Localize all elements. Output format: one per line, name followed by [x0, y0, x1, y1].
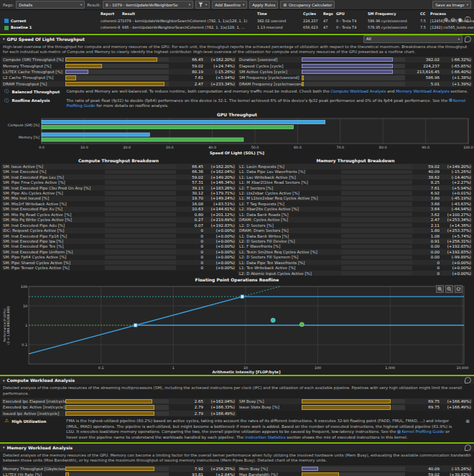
sol-filter-select[interactable]: All ▾ [363, 35, 463, 43]
baseline-cell: 695 - kernUpdateVelNeighborSearchCoheren… [122, 24, 257, 32]
comments-icon[interactable] [465, 36, 471, 42]
metric-row: L2: T Sectors [%]7.61(+5.94%) [238, 185, 473, 190]
increase-bar [65, 64, 101, 68]
sol-section-header[interactable]: ▾ GPU Speed Of Light Throughput All ▾ [0, 35, 474, 43]
zoom-reset-icon[interactable] [455, 285, 463, 293]
main-toolbar: Page: Details ▾ Result: 8 - 1079 - kernU… [0, 0, 474, 10]
metric-row: L2: T Tag Requests [%]3.68(-43.63%) [238, 201, 473, 206]
roofline-analysis-rule: ⓘ Roofline Analysis The ratio of peak fl… [0, 96, 474, 111]
save-as-image-button[interactable]: Save as Image ▾ [432, 1, 471, 9]
memory-description: Detailed analysis of the memory resource… [0, 452, 474, 466]
baseline-cell: 382.02 usecond [257, 18, 303, 25]
metric-row: Executed Ipc Active [inst/cycle]2.79(+16… [1, 404, 236, 410]
baseline-cell: 224,237 [303, 18, 323, 25]
memory-breakdown-table: L1: Lsuin Requests [%]59.02(+149.20%)L1:… [238, 164, 473, 276]
column-header[interactable]: CC [420, 11, 430, 18]
increase-bar [65, 57, 157, 62]
svg-text:30.0: 30.0 [166, 146, 174, 149]
metric-row: SM: Inst Executed Pipe Tex [%]0(+0.00%) [1, 244, 236, 249]
external-link-icon [449, 98, 452, 102]
page-select[interactable]: Details ▾ [16, 1, 85, 9]
legend-swatch [4, 19, 9, 23]
metric-row: DRAM: Cycles Active [%]2.47(+253.34%) [238, 217, 473, 222]
sol-left-table: Compute (SM) Throughput [%]66.45(+162.20… [1, 57, 236, 87]
metric-row: Max Bandwidth [%]59.02(+30.82%) [238, 472, 473, 476]
svg-text:100: 100 [21, 285, 27, 289]
metric-row: DRAM Throughput [%]2.47(+233.34%) [1, 81, 236, 87]
chevron-down-icon: ▾ [467, 3, 468, 6]
apply-rules-button[interactable]: Apply Rules [249, 1, 278, 9]
increase-bar [65, 75, 75, 80]
baseline-action-icons: ⊕ ⊖ ◉ ⓘ [444, 17, 470, 23]
metric-row: L1: M Xbar2l1tex Read Sectors [%]8.25(+2… [238, 179, 473, 185]
compute-right-table: SM Busy [%]69.75(+166.49%)Issue Slots Bu… [238, 398, 473, 416]
decrease-bar [302, 467, 318, 471]
metric-row: SM: Inst Executed Pipe Ipa [%]0(+0.00%) [1, 238, 236, 243]
metric-row: L2: Xbar2lts Cycles Active [%]3.64(-44.9… [238, 207, 473, 212]
baseline-cell: 656,623 [303, 24, 323, 32]
result-label: Result: [87, 3, 101, 7]
occupancy-calculator-button[interactable]: ⊞ Occupancy Calculator [280, 1, 335, 9]
comments-icon[interactable] [465, 444, 471, 451]
roofline-zoom-controls [436, 285, 463, 293]
zoom-out-icon[interactable] [445, 285, 453, 293]
svg-text:70.0: 70.0 [336, 146, 344, 149]
column-header[interactable]: Regs [323, 11, 336, 18]
compute-section-header[interactable]: ▾ Compute Workload Analysis [0, 376, 474, 384]
column-header[interactable]: GPU [336, 11, 368, 18]
breakdown-tables: SM: Issue Active [%]66.45(+162.20%)SM: I… [0, 164, 474, 276]
metric-row: SM: Pipe Fma Cycles Active [%]57.31(+146… [1, 179, 236, 185]
metric-row: SM: Inst Executed Pipe Cbu Pred On Any [… [1, 185, 236, 190]
baseline-table-header: ReportResultTimeCyclesRegsGPUSM Frequenc… [0, 11, 474, 18]
metric-row: L2: D Sectors Fill Device [%]0.91(+256.3… [238, 238, 473, 243]
svg-text:Performance [FLOP/s](1 = 1,000: Performance [FLOP/s](1 = 1,000,000,000,0… [3, 306, 10, 345]
svg-text:1: 1 [172, 366, 175, 370]
column-header[interactable]: Time [257, 11, 303, 18]
metric-row: IDC: Request Cycles Active [%]0(+0.00%) [1, 228, 236, 233]
metric-row: SM: Mio Pq Write Cycles Active [%]0.27(+… [1, 217, 236, 222]
metric-row: L1: F Wavefronts [%]0.00(+192.83%) [238, 244, 473, 249]
add-baseline-button[interactable]: Add Baseline ▾ [212, 1, 247, 9]
column-header[interactable]: Cycles [303, 11, 323, 18]
svg-text:20.0: 20.0 [123, 146, 131, 149]
zoom-in-icon[interactable] [436, 285, 444, 293]
zoom-out-circle-icon[interactable]: ⊖ [450, 17, 455, 23]
increase-bar [302, 405, 391, 409]
metric-row: SM: Mio Inst Issued [%]19.70(+149.24%) [1, 196, 236, 201]
column-header[interactable]: Result [122, 11, 257, 18]
svg-text:10: 10 [243, 366, 248, 370]
decrease-bar [302, 57, 393, 62]
record-circle-icon[interactable]: ◉ [457, 17, 463, 23]
kernel-profiling-guide-link[interactable]: Kernel Profiling Guide [401, 429, 444, 434]
increase-bar [65, 411, 154, 416]
compute-workload-analysis-link[interactable]: Compute Workload Analysis [331, 89, 386, 93]
svg-text:100.0: 100.0 [463, 146, 473, 149]
gpu-throughput-chart-title: GPU Throughput [0, 111, 474, 118]
baseline-cell: [1292] cis565_boids.exe [430, 24, 474, 32]
zoom-in-circle-icon[interactable]: ⊕ [444, 17, 449, 23]
column-header[interactable]: SM Frequency [368, 11, 420, 18]
memory-section-header[interactable]: ▾ Memory Workload Analysis [0, 444, 474, 452]
info-circle-icon[interactable]: ⓘ [465, 17, 470, 23]
metric-row: SM: Inst Executed Pipe Adu [%]0.07(+192.… [1, 223, 236, 228]
metric-row: SM: Issue Active [%]66.45(+162.20%) [1, 164, 236, 169]
filter-button[interactable]: ▾ [195, 1, 210, 9]
comments-icon[interactable] [465, 377, 471, 383]
page-label: Page: [3, 3, 14, 7]
baseline-row[interactable]: Baseline 1coherent-8695 - kernUpdateVelN… [0, 24, 474, 32]
calculator-grid-icon: ⊞ [283, 3, 287, 7]
dismiss-icon[interactable]: ⊗ [465, 419, 470, 424]
metric-row: DRAM: Dram Sectors [%]1.80(+253.37%) [238, 228, 473, 233]
metric-row: L2: Lts2xbar Cycles Active [%]6.92(+0.01… [238, 190, 473, 195]
baseline-cell: 7.5 [420, 24, 430, 32]
memory-left-table: Memory Throughput [Gbyte/second]7.92(+25… [1, 465, 236, 476]
baseline-row[interactable]: Currentcoherent-271079 - kernUpdateVelNe… [0, 18, 474, 25]
memory-workload-analysis-link[interactable]: Memory Workload Analysis [396, 89, 449, 93]
column-header[interactable]: Report [101, 11, 122, 18]
metric-row: SM: Inst Executed Pipe Fp16 [%]0(+0.00%) [1, 233, 236, 238]
result-select[interactable]: 8 - 1079 - kernUpdateVelNeighborSe ▾ [103, 1, 193, 9]
instruction-statistics-link[interactable]: Instruction Statistics [245, 435, 285, 439]
increase-bar [302, 472, 339, 476]
svg-text:10.0: 10.0 [80, 146, 88, 149]
baseline-cell: 586.96 cycle/usecond [368, 18, 420, 25]
